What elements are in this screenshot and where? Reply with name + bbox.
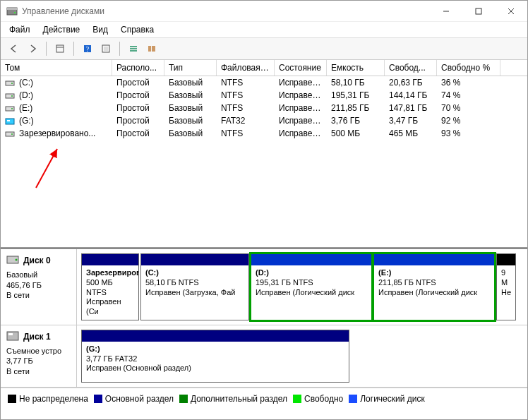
partition-name: (C:) (145, 268, 159, 277)
svg-rect-31 (7, 332, 18, 340)
removable-drive-icon (5, 117, 15, 124)
legend-unalloc: Не распределена (8, 394, 88, 404)
volume-status: Исправен... (275, 127, 327, 140)
partition[interactable]: (G:)3,77 ГБ FAT32Исправен (Основной разд… (81, 330, 349, 383)
volume-layout: Простой (112, 102, 164, 114)
disk-row: Диск 1Съемное устро3,77 ГБВ сети(G:)3,77… (1, 325, 527, 388)
partition-body: (E:)211,85 ГБ NTFSИсправен (Логический д… (374, 265, 494, 320)
table-empty-area (1, 140, 527, 247)
table-header: Том Располо... Тип Файловая с... Состоян… (1, 60, 527, 76)
svg-rect-13 (130, 46, 137, 47)
volume-fs: NTFS (217, 127, 275, 140)
app-icon (6, 6, 18, 17)
volume-free: 144,14 ГБ (385, 89, 437, 102)
close-button[interactable] (495, 1, 527, 22)
partition-header (82, 330, 349, 342)
col-capacity[interactable]: Емкость (327, 60, 385, 76)
volume-capacity: 195,31 ГБ (327, 89, 385, 102)
volume-type: Базовый (164, 76, 217, 89)
volume-table: Том Располо... Тип Файловая с... Состоян… (1, 60, 527, 248)
partition[interactable]: Зарезервировано500 МБ NTFSИсправен (Си (81, 253, 139, 320)
disk-label[interactable]: Диск 1Съемное устро3,77 ГБВ сети (1, 325, 77, 387)
disk-title: Диск 0 (23, 256, 51, 267)
legend-free: Свободно (293, 394, 343, 404)
help-button[interactable]: ? (80, 41, 95, 56)
col-pct[interactable]: Свободно % (437, 60, 500, 76)
volume-layout: Простой (112, 89, 164, 102)
properties-button[interactable] (52, 41, 68, 56)
table-row[interactable]: (C:)ПростойБазовыйNTFSИсправен...58,10 Г… (1, 76, 527, 89)
partition-status: Исправен (Логический диск (378, 288, 477, 296)
volume-type: Базовый (164, 89, 217, 102)
col-fs[interactable]: Файловая с... (217, 60, 275, 76)
volume-fs: FAT32 (217, 114, 275, 127)
back-button[interactable] (6, 41, 22, 56)
disk-size: 3,77 ГБ (6, 356, 71, 366)
partition[interactable]: 9 МНе (496, 253, 516, 320)
partition-status: Исправен (Основной раздел) (86, 364, 191, 372)
svg-line-6 (508, 8, 514, 14)
toolbar-separator (119, 42, 120, 56)
legend-ext: Дополнительный раздел (179, 394, 287, 404)
volume-free: 465 МБ (385, 127, 437, 140)
menu-file[interactable]: Файл (9, 25, 30, 35)
partition-header (82, 254, 138, 265)
partition-status: Исправен (Логический диск (256, 288, 354, 296)
partition-body: (C:)58,10 ГБ NTFSИсправен (Загрузка, Фай (141, 265, 248, 320)
graphic-view-button[interactable] (144, 41, 160, 56)
volume-layout: Простой (112, 114, 164, 127)
table-row[interactable]: Зарезервировано...ПростойБазовыйNTFSИспр… (1, 127, 527, 140)
partition[interactable]: (E:)211,85 ГБ NTFSИсправен (Логический д… (373, 253, 495, 320)
partition-sub: 211,85 ГБ NTFS (378, 278, 436, 287)
col-type[interactable]: Тип (164, 60, 217, 76)
disk-icon (6, 255, 19, 267)
col-free[interactable]: Свобод... (385, 60, 437, 76)
col-status[interactable]: Состояние (275, 60, 327, 76)
volume-name: (D:) (19, 90, 33, 100)
partition[interactable]: (C:)58,10 ГБ NTFSИсправен (Загрузка, Фай (140, 253, 249, 320)
toolbar-separator (73, 42, 74, 56)
refresh-button[interactable] (98, 41, 114, 56)
svg-point-27 (11, 133, 13, 135)
table-row[interactable]: (G:)ПростойБазовыйFAT32Исправен...3,76 Г… (1, 114, 527, 127)
svg-rect-4 (476, 8, 481, 14)
partition-body: Зарезервировано500 МБ NTFSИсправен (Си (82, 265, 138, 320)
svg-point-2 (14, 12, 16, 13)
partition-sub: 9 М (501, 268, 508, 287)
menu-action[interactable]: Действие (43, 25, 80, 35)
partition-status: Не (501, 288, 511, 296)
svg-rect-22 (6, 107, 14, 111)
svg-point-21 (11, 95, 13, 97)
volume-free: 147,81 ГБ (385, 102, 437, 114)
partition-sub: 195,31 ГБ NTFS (256, 278, 313, 287)
maximize-button[interactable] (462, 1, 495, 22)
forward-button[interactable] (25, 41, 40, 56)
volume-fs: NTFS (217, 76, 275, 89)
list-view-button[interactable] (126, 41, 141, 56)
svg-rect-12 (104, 47, 108, 51)
menu-help[interactable]: Справка (121, 25, 154, 35)
volume-name: (E:) (19, 103, 32, 113)
volume-free: 3,47 ГБ (385, 114, 437, 127)
drive-icon (5, 130, 15, 137)
removable-disk-icon (6, 331, 19, 343)
table-row[interactable]: (E:)ПростойБазовыйNTFSИсправен...211,85 … (1, 102, 527, 114)
table-row[interactable]: (D:)ПростойБазовыйNTFSИсправен...195,31 … (1, 89, 527, 102)
partition[interactable]: (D:)195,31 ГБ NTFSИсправен (Логический д… (251, 253, 372, 320)
svg-point-19 (11, 83, 13, 84)
disk-label[interactable]: Диск 0Базовый465,76 ГБВ сети (1, 249, 77, 325)
volume-type: Базовый (164, 102, 217, 114)
volume-free: 20,63 ГБ (385, 76, 437, 89)
partition-sub: 58,10 ГБ NTFS (145, 278, 199, 287)
partition-header (251, 254, 371, 265)
partition-name: (D:) (256, 268, 269, 277)
col-volume[interactable]: Том (1, 60, 112, 76)
disk-size: 465,76 ГБ (6, 280, 71, 290)
menu-view[interactable]: Вид (92, 25, 108, 35)
volume-capacity: 211,85 ГБ (327, 102, 385, 114)
col-layout[interactable]: Располо... (112, 60, 164, 76)
annotation-arrow (29, 145, 85, 195)
drive-icon (5, 92, 15, 99)
partition-header (497, 254, 515, 265)
minimize-button[interactable] (430, 1, 462, 22)
